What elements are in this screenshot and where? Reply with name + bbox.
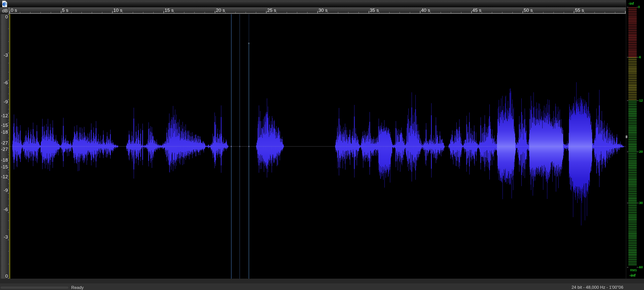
svg-text:-12: -12 — [638, 99, 643, 102]
svg-text:-inf: -inf — [629, 273, 636, 277]
svg-text:-60: -60 — [638, 265, 643, 269]
svg-text:-20: -20 — [638, 150, 643, 154]
svg-text:RMS: RMS — [630, 269, 637, 272]
svg-text:-inf: -inf — [628, 2, 634, 6]
svg-text:0: 0 — [638, 5, 640, 9]
svg-text:-6: -6 — [638, 55, 641, 59]
svg-text:-30: -30 — [638, 201, 643, 205]
